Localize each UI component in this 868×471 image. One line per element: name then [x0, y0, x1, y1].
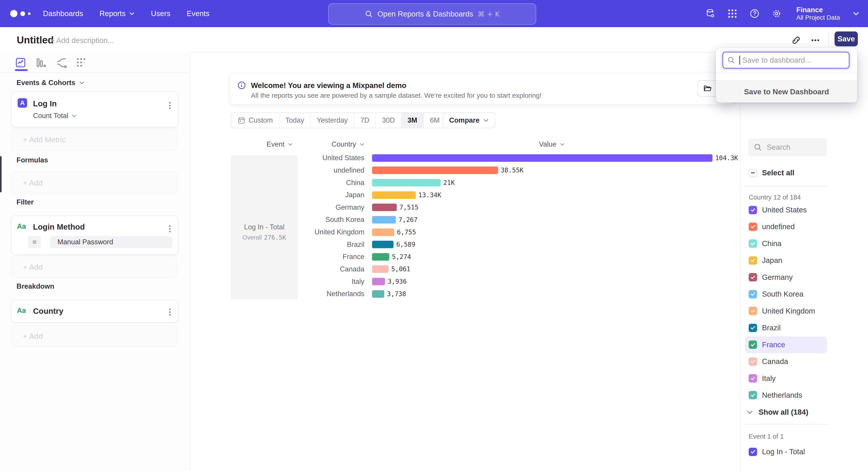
range-tab-7d[interactable]: 7D — [354, 113, 376, 128]
legend-item-japan[interactable]: Japan — [745, 252, 827, 269]
bar-segment[interactable] — [372, 241, 394, 248]
bar-category-label: France — [298, 253, 364, 261]
add-metric-button[interactable]: + Add Metric — [11, 128, 177, 151]
tab-flows-icon[interactable] — [56, 57, 67, 68]
column-header-value[interactable]: Value — [539, 140, 565, 148]
filter-operator[interactable]: = — [28, 236, 41, 248]
legend-item-united-kingdom[interactable]: United Kingdom — [745, 303, 827, 319]
add-description-placeholder[interactable]: + Add description... — [50, 36, 114, 45]
nav-link-dashboards[interactable]: Dashboards — [43, 9, 83, 18]
bar-segment[interactable] — [372, 167, 498, 174]
divider — [716, 72, 857, 73]
apps-grid-icon[interactable] — [727, 8, 738, 19]
events-cohorts-header[interactable]: Events & Cohorts — [17, 79, 85, 87]
tab-retention-icon[interactable] — [76, 57, 87, 68]
more-options-icon[interactable] — [810, 35, 820, 45]
legend-checkbox[interactable] — [749, 273, 757, 282]
global-search-button[interactable]: Open Reports & Dashboards ⌘ + K — [328, 3, 536, 25]
range-tab-yesterday[interactable]: Yesterday — [311, 113, 354, 128]
report-title[interactable]: Untitled — [17, 34, 54, 46]
legend-checkbox[interactable] — [749, 206, 757, 214]
legend-checkbox[interactable] — [749, 357, 757, 366]
legend-search-input[interactable]: Search — [748, 138, 827, 156]
add-formula-button[interactable]: + Add — [11, 172, 177, 194]
range-tab-today[interactable]: Today — [279, 113, 311, 128]
show-all-button[interactable]: Show all (184) — [746, 404, 828, 420]
filter-value[interactable]: Manual Password — [50, 236, 172, 248]
legend-checkbox[interactable] — [749, 448, 757, 456]
legend-item-united-states[interactable]: United States — [745, 202, 827, 218]
legend-item-france[interactable]: France — [745, 336, 827, 353]
legend-item-canada[interactable]: Canada — [745, 353, 827, 370]
filter-menu-icon[interactable] — [169, 224, 171, 233]
range-tab-custom[interactable]: Custom — [231, 113, 279, 128]
bar-segment[interactable] — [372, 253, 389, 261]
help-icon[interactable] — [749, 8, 760, 19]
legend-checkbox[interactable] — [749, 307, 757, 315]
save-to-new-dashboard-button[interactable]: Save to New Dashboard — [716, 80, 857, 102]
save-dashboard-search-field[interactable] — [722, 52, 849, 68]
nav-link-reports[interactable]: Reports — [99, 9, 135, 18]
legend-checkbox[interactable] — [749, 341, 757, 349]
breakdown-property-name[interactable]: Country — [33, 306, 63, 316]
filter-card-login-method[interactable]: Aa Login Method = Manual Password — [11, 215, 178, 255]
report-type-tabs — [0, 52, 189, 73]
legend-checkbox[interactable] — [749, 391, 757, 399]
legend-label: Canada — [762, 357, 788, 366]
legend-item-germany[interactable]: Germany — [745, 269, 827, 286]
metric-menu-icon[interactable] — [169, 101, 171, 110]
bar-segment[interactable] — [372, 204, 397, 211]
legend-checkbox[interactable] — [749, 374, 757, 383]
copy-link-icon[interactable] — [791, 35, 801, 45]
save-button[interactable]: Save — [835, 31, 858, 47]
project-switcher[interactable]: Finance All Project Data — [796, 6, 840, 21]
metric-event-name[interactable]: Log In — [33, 99, 57, 108]
bar-segment[interactable] — [372, 290, 384, 298]
legend-checkbox[interactable] — [749, 256, 757, 265]
bar-segment[interactable] — [372, 216, 396, 224]
filter-property-name[interactable]: Login Method — [33, 223, 85, 231]
metric-aggregation[interactable]: Count Total — [33, 112, 77, 120]
legend-checkbox[interactable] — [749, 324, 757, 332]
bar-segment[interactable] — [372, 278, 385, 285]
nav-link-events[interactable]: Events — [187, 9, 210, 18]
compare-button[interactable]: Compare — [443, 112, 495, 128]
mixpanel-logo-icon[interactable] — [10, 10, 37, 17]
bar-segment[interactable] — [372, 154, 712, 162]
save-dashboard-input[interactable] — [742, 56, 842, 65]
range-tab-3m[interactable]: 3M — [401, 113, 424, 128]
select-all-row[interactable]: Select all — [745, 165, 827, 181]
bar-segment[interactable] — [372, 179, 440, 186]
add-breakdown-button[interactable]: + Add — [11, 325, 177, 347]
bar-segment[interactable] — [372, 265, 389, 273]
legend-checkbox[interactable] — [749, 239, 757, 248]
column-header-event[interactable]: Event — [267, 140, 293, 148]
legend-item-south-korea[interactable]: South Korea — [745, 286, 827, 302]
nav-link-users[interactable]: Users — [151, 9, 170, 18]
bar-segment[interactable] — [372, 229, 394, 236]
metric-card-log-in[interactable]: A Log In Count Total — [11, 91, 178, 127]
legend-item-netherlands[interactable]: Netherlands — [745, 387, 827, 404]
data-management-icon[interactable] — [705, 8, 715, 19]
legend-item-italy[interactable]: Italy — [745, 370, 827, 387]
legend-item-undefined[interactable]: undefined — [745, 218, 827, 235]
legend-item-log-in---total[interactable]: Log In - Total — [745, 443, 827, 460]
breakdown-menu-icon[interactable] — [169, 307, 171, 317]
tab-insights-icon[interactable] — [15, 57, 26, 68]
add-filter-button[interactable]: + Add — [11, 256, 177, 278]
legend-item-china[interactable]: China — [745, 235, 827, 252]
column-header-country[interactable]: Country — [332, 140, 365, 148]
tab-funnels-icon[interactable] — [35, 57, 46, 68]
select-all-checkbox[interactable] — [749, 169, 757, 177]
bar-value-label: 38.55K — [501, 167, 524, 174]
legend-checkbox[interactable] — [749, 223, 757, 231]
legend-item-brazil[interactable]: Brazil — [745, 319, 827, 336]
legend-checkbox[interactable] — [749, 290, 757, 298]
chevron-down-icon — [129, 11, 135, 16]
bar-segment[interactable] — [372, 192, 416, 199]
country-section-header: Country 12 of 184 — [749, 194, 801, 201]
range-tab-30d[interactable]: 30D — [376, 113, 401, 128]
breakdown-card-country[interactable]: Aa Country — [11, 300, 178, 323]
settings-gear-icon[interactable] — [772, 8, 782, 19]
sidebar-scrollbar[interactable] — [0, 156, 2, 192]
